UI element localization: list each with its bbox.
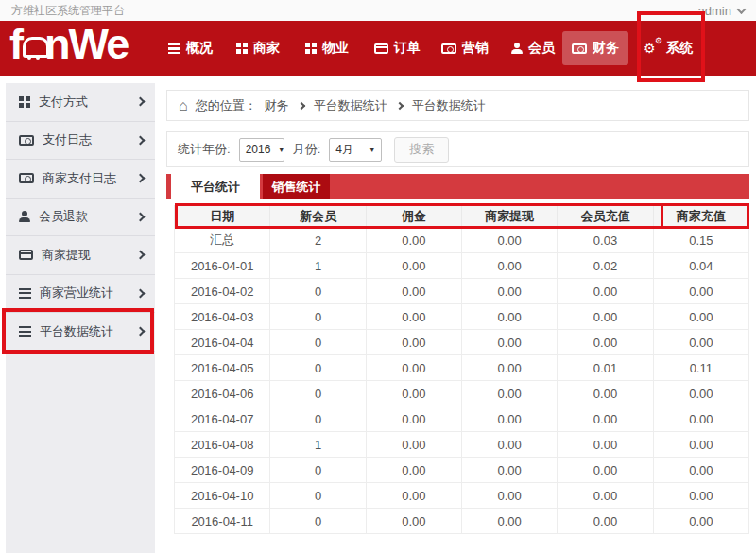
table-row: 2016-04-1100.000.000.000.00 [175,509,749,534]
nav-item-label: 概况 [186,40,213,57]
nav-item-label: 订单 [394,40,421,57]
table-cell: 2016-04-11 [175,509,270,534]
table-cell: 0.00 [558,483,653,509]
home-icon[interactable] [179,98,188,113]
nav-item-2[interactable]: 物业 [305,21,349,76]
sidebar-item-label: 商家营业统计 [40,285,113,302]
table-cell: 0.00 [653,381,748,406]
year-select[interactable]: 2016 ▼ [239,138,284,162]
table-cell: 0 [270,330,366,355]
nav-item-3[interactable]: 订单 [374,21,421,76]
breadcrumb-item-finance[interactable]: 财务 [265,97,289,114]
list-icon [19,288,31,299]
sidebar-item-label: 商家提现 [42,247,91,264]
table-cell: 1 [270,253,366,279]
table-cell: 2016-04-07 [175,406,270,432]
table-row: 2016-04-0600.000.000.000.00 [175,381,749,406]
nav-item-6[interactable]: 财务 [562,31,628,65]
table-cell: 0 [270,355,366,381]
table-row: 汇总20.000.000.030.15 [175,228,749,253]
sidebar-item-1[interactable]: 支付日志 [6,122,155,161]
table-cell: 0.00 [558,330,653,355]
search-button[interactable]: 搜索 [394,137,449,163]
money-icon [19,135,34,146]
table-cell: 0.15 [653,228,748,253]
chevron-right-icon [297,101,304,109]
gears-icon [644,41,661,56]
table-cell: 2016-04-06 [175,381,270,406]
table-cell: 0 [270,406,366,432]
sidebar-item-4[interactable]: 商家提现 [6,236,155,275]
chevron-right-icon [136,288,146,298]
table-cell: 0.00 [653,509,748,534]
sidebar-item-label: 会员退款 [39,208,88,225]
filter-bar: 统计年份: 2016 ▼ 月份: 4月 ▼ 搜索 [166,131,749,167]
month-select-value: 4月 [335,142,353,158]
breadcrumb-item-platform-stats[interactable]: 平台数据统计 [314,97,387,114]
table-cell: 0.02 [558,253,653,279]
nav-item-5[interactable]: 会员 [511,21,555,76]
table-cell: 0.00 [366,253,461,279]
chevron-right-icon [136,327,146,337]
table-header: 日期新会员佣金商家提现会员充值商家充值 [175,206,749,228]
money-icon [572,43,587,54]
tab-sales-stats[interactable]: 销售统计 [263,174,330,199]
table-cell: 0.00 [461,355,557,381]
breadcrumb-item-current: 平台数据统计 [412,97,486,114]
table-row: 2016-04-0400.000.000.000.00 [175,330,749,355]
cart-icon [23,37,45,61]
table-cell: 0.00 [366,432,461,458]
navbar: f nWe 概况商家物业订单营销会员财务系统 [0,21,756,76]
person-icon [19,211,30,222]
list-icon [19,326,31,337]
nav-item-4[interactable]: 营销 [441,21,489,76]
nav-item-0[interactable]: 概况 [168,21,213,76]
table-cell: 0.00 [653,458,748,483]
sidebar-item-0[interactable]: 支付方式 [6,83,155,122]
table-cell: 0 [270,381,366,406]
chevron-right-icon [136,97,146,107]
table-cell: 0 [270,458,366,483]
table-cell: 0.00 [653,432,748,458]
sidebar-item-3[interactable]: 会员退款 [6,199,155,237]
grid-icon [236,43,248,54]
card-icon [374,43,388,54]
table-cell: 0.00 [461,406,557,432]
table-cell: 0.00 [558,406,653,432]
column-header: 商家提现 [461,206,557,228]
brand-logo[interactable]: f nWe [9,17,128,72]
nav-item-label: 会员 [528,40,555,57]
table-row: 2016-04-1000.000.000.000.00 [175,483,749,509]
user-menu[interactable]: admin [698,4,745,18]
table-cell: 0.00 [653,330,748,355]
nav-item-label: 商家 [253,40,280,57]
table-cell: 0.00 [366,228,461,253]
nav-item-1[interactable]: 商家 [236,21,280,76]
nav-item-7[interactable]: 系统 [644,21,693,76]
tab-platform-stats[interactable]: 平台统计 [171,174,260,199]
table-cell: 0.00 [558,304,653,330]
sidebar-item-label: 平台数据统计 [40,323,113,340]
table-cell: 0 [270,483,366,509]
table-cell: 0.11 [653,355,748,381]
chevron-right-icon [136,174,146,183]
sidebar-item-6[interactable]: 平台数据统计 [6,313,155,352]
brand-text-left: f [9,20,22,69]
sidebar-item-2[interactable]: 商家支付日志 [6,160,155,199]
sidebar-item-5[interactable]: 商家营业统计 [6,275,155,314]
table-cell: 0 [270,509,366,534]
month-select[interactable]: 4月 ▼ [329,138,382,162]
table-cell: 0 [270,304,366,330]
table-cell: 2016-04-10 [175,483,270,509]
breadcrumb-prefix: 您的位置： [196,97,257,114]
breadcrumb: 您的位置： 财务 平台数据统计 平台数据统计 [166,90,749,121]
chevron-right-icon [136,135,146,145]
table-cell: 2016-04-03 [175,304,270,330]
sidebar-item-label: 商家支付日志 [43,170,116,187]
nav-item-label: 财务 [593,40,619,57]
sidebar-item-label: 支付日志 [43,131,92,148]
year-select-value: 2016 [246,143,271,156]
table-cell: 1 [270,432,366,458]
year-label: 统计年份: [178,141,231,158]
table-cell: 2016-04-09 [175,458,270,483]
